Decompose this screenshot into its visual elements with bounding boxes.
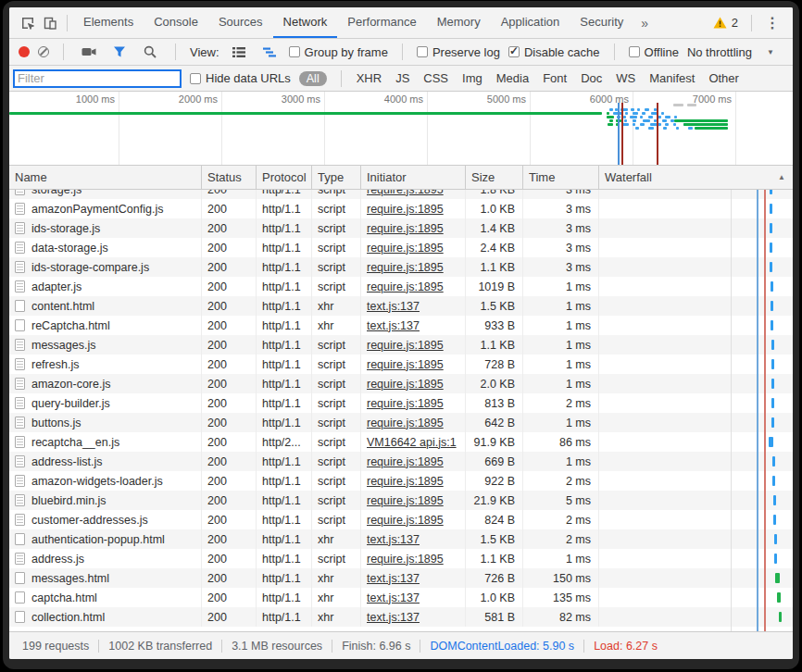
tab-elements[interactable]: Elements [73, 7, 144, 38]
filter-type-xhr[interactable]: XHR [356, 71, 382, 85]
table-row[interactable]: recaptcha__en.js200http/2...scriptVM1664… [9, 432, 793, 452]
table-row[interactable]: address-list.js200http/1.1scriptrequire.… [9, 452, 793, 471]
group-by-frame-checkbox[interactable]: Group by frame [289, 45, 388, 59]
record-button[interactable] [19, 46, 30, 57]
initiator-link[interactable]: require.js:1895 [367, 358, 444, 371]
table-row[interactable]: bluebird.min.js200http/1.1scriptrequire.… [9, 491, 793, 510]
filter-input[interactable] [13, 69, 182, 88]
table-row[interactable]: ids-storage.js200http/1.1scriptrequire.j… [9, 218, 793, 238]
tab-performance[interactable]: Performance [337, 7, 426, 38]
filter-type-doc[interactable]: Doc [580, 71, 603, 85]
list-view-icon[interactable] [228, 41, 250, 63]
initiator-link[interactable]: text.js:137 [367, 533, 420, 546]
cell-time: 3 ms [523, 218, 599, 238]
filter-type-js[interactable]: JS [395, 71, 410, 85]
table-row[interactable]: adapter.js200http/1.1scriptrequire.js:18… [9, 277, 793, 296]
initiator-link[interactable]: require.js:1895 [367, 261, 444, 274]
initiator-link[interactable]: require.js:1895 [367, 190, 444, 196]
table-row[interactable]: amazon-core.js200http/1.1scriptrequire.j… [9, 374, 793, 393]
filter-type-ws[interactable]: WS [615, 71, 636, 85]
column-header-initiator[interactable]: Initiator [361, 166, 466, 189]
initiator-link[interactable]: VM16642 api.js:1 [367, 436, 457, 449]
initiator-link[interactable]: text.js:137 [367, 319, 420, 332]
initiator-link[interactable]: require.js:1895 [367, 514, 444, 527]
table-row[interactable]: messages.html200http/1.1xhrtext.js:13772… [9, 568, 793, 588]
table-row[interactable]: storage.js200http/1.1scriptrequire.js:18… [9, 190, 793, 199]
disable-cache-checkbox[interactable]: Disable cache [508, 45, 600, 59]
tab-sources[interactable]: Sources [208, 7, 273, 38]
initiator-link[interactable]: text.js:137 [367, 300, 420, 313]
initiator-link[interactable]: text.js:137 [367, 572, 420, 585]
initiator-link[interactable]: require.js:1895 [367, 397, 444, 410]
initiator-link[interactable]: require.js:1895 [367, 417, 444, 429]
initiator-link[interactable]: text.js:137 [367, 591, 420, 604]
filter-type-media[interactable]: Media [495, 71, 530, 85]
column-header-waterfall[interactable]: Waterfall▲ [599, 166, 793, 189]
filter-type-img[interactable]: Img [461, 71, 483, 85]
filter-type-font[interactable]: Font [542, 71, 568, 85]
table-row[interactable]: content.html200http/1.1xhrtext.js:1371.5… [9, 296, 793, 316]
tab-console[interactable]: Console [144, 7, 208, 38]
cell-name: ids-storage.js [9, 218, 202, 238]
inspect-element-icon[interactable] [17, 12, 39, 34]
table-row[interactable]: customer-addresses.js200http/1.1scriptre… [9, 510, 793, 529]
menu-kebab-icon[interactable]: ⋮ [758, 14, 787, 31]
table-row[interactable]: address.js200http/1.1scriptrequire.js:18… [9, 549, 793, 568]
table-row[interactable]: buttons.js200http/1.1scriptrequire.js:18… [9, 413, 793, 432]
table-row[interactable]: refresh.js200http/1.1scriptrequire.js:18… [9, 355, 793, 374]
initiator-link[interactable]: require.js:1895 [367, 242, 444, 255]
more-tabs-chevron[interactable]: » [633, 16, 656, 31]
search-icon[interactable] [139, 41, 161, 63]
initiator-link[interactable]: require.js:1895 [367, 553, 444, 566]
initiator-link[interactable]: require.js:1895 [367, 280, 444, 293]
table-row[interactable]: authentication-popup.html200http/1.1xhrt… [9, 529, 793, 549]
tab-application[interactable]: Application [491, 7, 570, 38]
initiator-link[interactable]: require.js:1895 [367, 455, 444, 468]
device-toolbar-icon[interactable] [39, 12, 61, 34]
clear-button[interactable] [38, 46, 49, 57]
preserve-log-checkbox[interactable]: Preserve log [417, 45, 500, 59]
initiator-link[interactable]: require.js:1895 [367, 494, 444, 507]
initiator-link[interactable]: require.js:1895 [367, 222, 444, 235]
filter-funnel-icon[interactable] [108, 41, 131, 63]
column-header-name[interactable]: Name [9, 166, 202, 189]
initiator-link[interactable]: text.js:137 [367, 611, 420, 624]
hide-data-urls-checkbox[interactable]: Hide data URLs [190, 71, 291, 85]
table-row[interactable]: amazon-widgets-loader.js200http/1.1scrip… [9, 471, 793, 491]
warning-badge[interactable]: 2 [706, 16, 746, 30]
table-row[interactable]: query-builder.js200http/1.1scriptrequire… [9, 393, 793, 413]
cell-waterfall [599, 257, 793, 277]
column-header-size[interactable]: Size [466, 166, 523, 189]
timeline-overview[interactable]: 1000 ms2000 ms3000 ms4000 ms5000 ms6000 … [9, 92, 793, 166]
table-row[interactable]: ids-storage-compare.js200http/1.1scriptr… [9, 257, 793, 277]
table-row[interactable]: messages.js200http/1.1scriptrequire.js:1… [9, 335, 793, 355]
cell-time: 1 ms [523, 335, 599, 355]
cell-type: xhr [312, 568, 361, 588]
column-header-time[interactable]: Time [523, 166, 599, 189]
cell-protocol: http/1.1 [257, 218, 312, 238]
screenshot-capture-icon[interactable] [78, 41, 100, 63]
tab-network[interactable]: Network [273, 7, 338, 38]
initiator-link[interactable]: require.js:1895 [367, 339, 444, 352]
table-row[interactable]: amazonPaymentConfig.js200http/1.1scriptr… [9, 199, 793, 218]
table-row[interactable]: reCaptcha.html200http/1.1xhrtext.js:1379… [9, 316, 793, 335]
column-header-protocol[interactable]: Protocol [257, 166, 312, 189]
initiator-link[interactable]: require.js:1895 [367, 475, 444, 488]
waterfall-view-icon[interactable] [258, 41, 281, 63]
initiator-link[interactable]: require.js:1895 [367, 203, 444, 216]
column-header-type[interactable]: Type [312, 166, 361, 189]
filter-type-all[interactable]: All [299, 71, 327, 86]
tab-security[interactable]: Security [570, 7, 633, 38]
tab-memory[interactable]: Memory [427, 7, 491, 38]
initiator-link[interactable]: require.js:1895 [367, 378, 444, 391]
table-row[interactable]: collection.html200http/1.1xhrtext.js:137… [9, 607, 793, 627]
overview-activity-bar [637, 108, 640, 111]
filter-type-manifest[interactable]: Manifest [648, 71, 695, 85]
filter-type-css[interactable]: CSS [422, 71, 449, 85]
filter-type-other[interactable]: Other [708, 71, 740, 85]
table-row[interactable]: data-storage.js200http/1.1scriptrequire.… [9, 238, 793, 257]
throttling-dropdown[interactable]: No throttling▼ [687, 45, 774, 59]
offline-checkbox[interactable]: Offline [629, 45, 679, 59]
table-row[interactable]: captcha.html200http/1.1xhrtext.js:1371.0… [9, 588, 793, 607]
column-header-status[interactable]: Status [202, 166, 257, 189]
